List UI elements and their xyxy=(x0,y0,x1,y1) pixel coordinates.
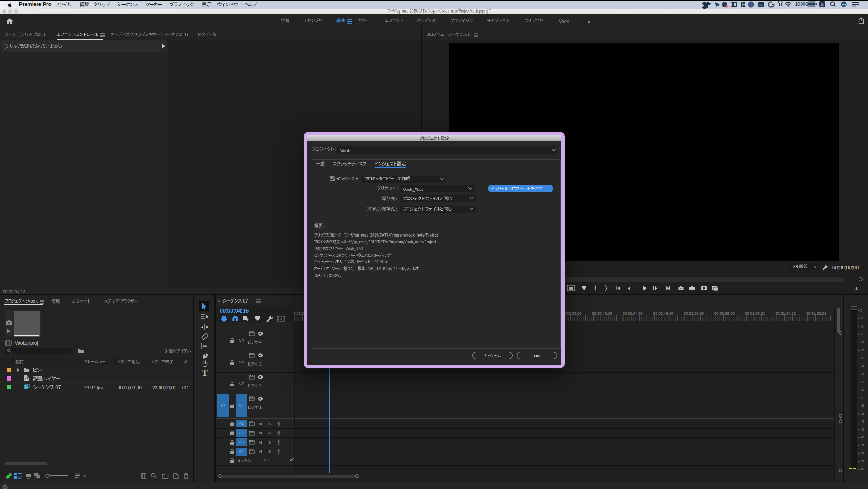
svg-text:T: T xyxy=(202,369,208,378)
svg-text:K: K xyxy=(760,3,762,7)
svg-text:CC: CC xyxy=(278,317,284,321)
